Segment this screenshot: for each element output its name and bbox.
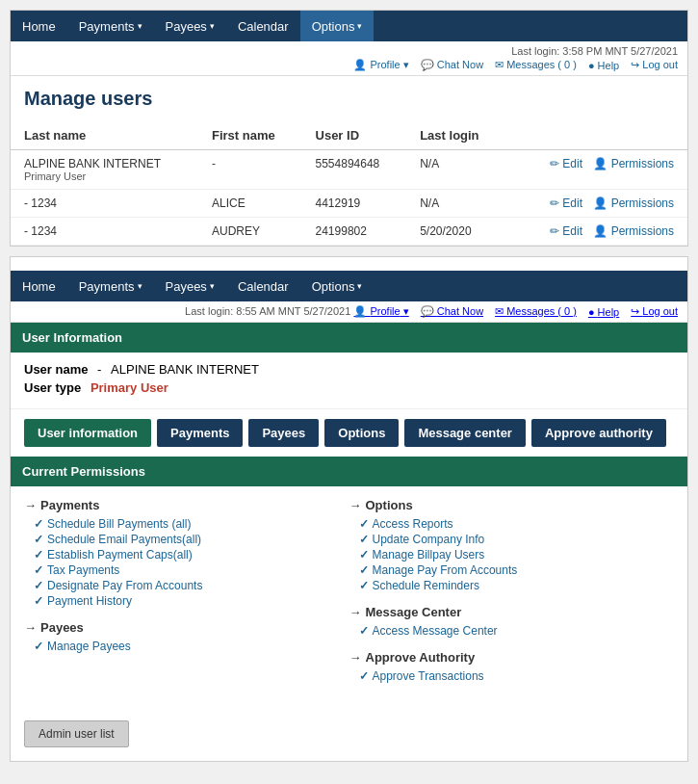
check-icon: ✓ [359,563,369,577]
cell-last-name: - 1234 [11,190,198,218]
messages-link-2[interactable]: ✉ Messages ( 0 ) [495,305,577,318]
perm-item: ✓ Manage Billpay Users [349,547,665,562]
page-title: Manage users [11,76,687,118]
admin-user-list-button[interactable]: Admin user list [24,720,129,747]
logout-icon: ↪ [631,305,642,317]
perm-title-payees: Payees [40,620,84,635]
check-icon: ✓ [34,579,43,592]
logout-link-2[interactable]: ↪ Log out [631,305,678,318]
edit-link[interactable]: ✏ Edit [550,157,582,170]
nav-bar-1: Home Payments ▾ Payees ▾ Calendar Option… [11,11,687,41]
check-icon: ✓ [359,517,369,531]
table-row: ALPINE BANK INTERNET Primary User - 5554… [11,150,687,190]
nav-options-1[interactable]: Options ▾ [300,11,375,41]
nav-home-1[interactable]: Home [11,11,67,41]
perm-section-message-center: → Message Center ✓ Access Message Center [349,605,665,639]
nav-bar-2: Home Payments ▾ Payees ▾ Calendar Option… [11,271,687,301]
table-row: - 1234 ALICE 4412919 N/A ✏ Edit 👤 Permis… [11,190,687,218]
profile-link-1[interactable]: 👤 Profile ▾ [353,59,408,71]
chat-link-1[interactable]: 💬 Chat Now [421,59,483,71]
btn-approve-authority[interactable]: Approve authority [531,419,666,447]
cell-user-id: 4412919 [302,190,407,218]
chat-icon: 💬 [421,59,437,70]
username-label: User name [24,362,88,377]
permissions-link[interactable]: 👤 Permissions [593,157,674,170]
check-icon: ✓ [34,517,43,531]
permissions-grid: → Payments ✓ Schedule Bill Payments (all… [11,486,687,707]
caret-icon: ▾ [210,281,215,291]
envelope-icon: ✉ [495,305,506,317]
chat-icon: 💬 [421,305,437,317]
perm-item: ✓ Update Company Info [349,532,665,547]
perm-item: ✓ Access Message Center [349,623,665,639]
permissions-left-col: → Payments ✓ Schedule Bill Payments (all… [24,498,349,695]
cell-actions: ✏ Edit 👤 Permissions [505,190,687,218]
profile-icon: 👤 [353,305,370,317]
check-icon: ✓ [359,669,369,683]
cell-last-login: 5/20/2020 [406,218,505,246]
col-last-login: Last login [406,121,505,150]
nav-payments-2[interactable]: Payments ▾ [67,271,154,301]
cell-user-id: 5554894648 [302,150,407,190]
permissions-link[interactable]: 👤 Permissions [593,196,674,210]
user-info-block: User name - ALPINE BANK INTERNET User ty… [11,353,687,409]
check-icon: ✓ [359,548,369,562]
caret-icon: ▾ [138,21,142,31]
perm-item: ✓ Schedule Reminders [349,578,665,593]
cell-last-name: ALPINE BANK INTERNET Primary User [11,150,198,190]
help-icon: ● [588,306,598,318]
nav-payments-1[interactable]: Payments ▾ [67,11,154,41]
chat-link-2[interactable]: 💬 Chat Now [421,305,483,318]
perm-title-message-center: Message Center [366,605,462,619]
nav-home-2[interactable]: Home [11,271,67,301]
btn-payees[interactable]: Payees [248,419,319,447]
arrow-icon: → [349,650,362,665]
help-link-2[interactable]: ● Help [588,306,619,318]
cell-actions: ✏ Edit 👤 Permissions [505,218,687,246]
permissions-link[interactable]: 👤 Permissions [593,224,674,238]
messages-link-1[interactable]: ✉ Messages ( 0 ) [495,59,577,71]
logout-link-1[interactable]: ↪ Log out [631,59,678,71]
cell-last-login: N/A [406,150,505,190]
check-icon: ✓ [34,548,43,562]
nav-payees-1[interactable]: Payees ▾ [154,11,226,41]
btn-user-information[interactable]: User information [24,419,151,447]
perm-title-payments: Payments [40,498,99,512]
nav-options-2[interactable]: Options ▾ [300,271,375,301]
check-icon: ✓ [34,594,43,608]
perm-item: ✓ Approve Transactions [349,668,665,684]
nav-payees-2[interactable]: Payees ▾ [154,271,226,301]
btn-payments[interactable]: Payments [157,419,243,447]
nav-calendar-2[interactable]: Calendar [226,271,300,301]
profile-link-2[interactable]: 👤 Profile ▾ [353,305,408,318]
perm-item: ✓ Schedule Email Payments(all) [24,532,340,547]
users-table: Last name First name User ID Last login … [11,121,687,246]
arrow-icon: → [24,498,37,512]
cell-actions: ✏ Edit 👤 Permissions [505,150,687,190]
username-dash: - [97,362,101,377]
username-value: ALPINE BANK INTERNET [111,362,259,377]
usertype-label: User type [24,380,81,395]
help-link-1[interactable]: ● Help [588,60,619,71]
usertype-value: Primary User [90,380,168,395]
cell-first-name: ALICE [198,190,302,218]
edit-link[interactable]: ✏ Edit [550,196,582,210]
perm-section-approve-authority: → Approve Authority ✓ Approve Transactio… [349,650,665,684]
btn-options[interactable]: Options [324,419,399,447]
perm-title-approve-authority: Approve Authority [366,650,476,665]
nav-calendar-1[interactable]: Calendar [226,11,300,41]
perm-item: ✓ Establish Payment Caps(all) [24,547,340,562]
check-icon: ✓ [359,579,369,592]
help-icon: ● [588,60,598,71]
check-icon: ✓ [34,640,43,653]
last-login-1: Last login: 3:58 PM MNT 5/27/2021 [20,45,678,57]
btn-message-center[interactable]: Message center [404,419,526,447]
admin-section: Admin user list [11,707,687,761]
check-icon: ✓ [359,624,369,638]
edit-link[interactable]: ✏ Edit [550,224,582,238]
col-user-id: User ID [302,121,407,150]
logout-icon: ↪ [631,59,642,70]
perm-section-options: → Options ✓ Access Reports ✓ Update Comp… [349,498,665,593]
perm-section-payees: → Payees ✓ Manage Payees [24,620,340,654]
permission-buttons: User information Payments Payees Options… [11,409,687,457]
